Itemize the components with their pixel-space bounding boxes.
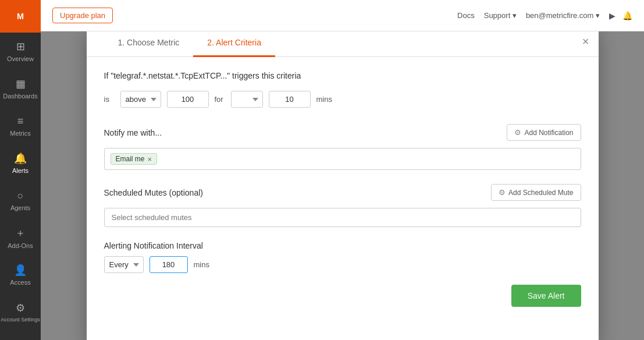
sidebar-item-account[interactable]: ⚙ Account Settings <box>0 293 41 331</box>
for-select[interactable]: any <box>231 91 263 108</box>
modal-close-button[interactable]: × <box>582 36 589 47</box>
sidebar-item-metrics[interactable]: ≡ Metrics <box>0 107 41 144</box>
notify-section-header: Notify me with... ⚙ Add Notification <box>104 124 581 141</box>
play-icon: ▶ <box>609 11 615 20</box>
duration-unit: mins <box>316 95 332 104</box>
modal-backdrop: × 1. Choose Metric 2. Alert Criteria If … <box>41 31 644 340</box>
app-logo: M <box>0 0 41 33</box>
modal-tabs: 1. Choose Metric 2. Alert Criteria <box>87 31 599 57</box>
support-menu[interactable]: Support ▾ <box>484 11 517 20</box>
tag-close-button[interactable]: × <box>148 155 152 163</box>
agents-icon: ○ <box>17 190 24 202</box>
gear-icon-2: ⚙ <box>499 188 506 197</box>
add-notification-label: Add Notification <box>524 129 573 137</box>
account-icon: ⚙ <box>16 302 25 314</box>
interval-value-input[interactable] <box>150 256 188 273</box>
for-label: for <box>215 95 225 104</box>
upgrade-button[interactable]: Upgrade plan <box>52 8 113 23</box>
user-menu[interactable]: ben@metricfire.com ▾ <box>526 11 600 20</box>
tag-label: Email me <box>116 155 145 163</box>
dashboards-icon: ▦ <box>16 77 26 90</box>
main-content: × 1. Choose Metric 2. Alert Criteria If … <box>41 31 644 340</box>
metrics-icon: ≡ <box>17 115 24 128</box>
mutes-title: Scheduled Mutes (optional) <box>104 188 203 197</box>
bell-icon: 🔔 <box>622 11 632 20</box>
interval-row: Every Once mins <box>104 256 581 273</box>
sidebar-item-label: Account Settings <box>1 317 40 323</box>
modal-body: If "telegraf.*.netstat.*.TcpExtTCP..." t… <box>87 57 599 321</box>
notify-title: Notify me with... <box>104 128 162 137</box>
sidebar-item-addons[interactable]: ＋ Add-Ons <box>0 219 41 256</box>
interval-unit: mins <box>194 260 209 269</box>
sidebar-item-label: Add-Ons <box>8 242 33 249</box>
add-mute-label: Add Scheduled Mute <box>508 189 573 197</box>
tab-alert-criteria[interactable]: 2. Alert Criteria <box>193 31 275 57</box>
threshold-input[interactable] <box>167 91 209 108</box>
alerts-icon: 🔔 <box>14 152 27 165</box>
is-label: is <box>104 95 115 104</box>
mutes-section-header: Scheduled Mutes (optional) ⚙ Add Schedul… <box>104 184 581 201</box>
scheduled-mutes-input[interactable] <box>104 208 581 227</box>
add-scheduled-mute-button[interactable]: ⚙ Add Scheduled Mute <box>491 184 581 201</box>
sidebar: M ⊞ Overview ▦ Dashboards ≡ Metrics 🔔 Al… <box>0 0 41 340</box>
sidebar-item-label: Dashboards <box>3 93 37 100</box>
overview-icon: ⊞ <box>16 40 25 53</box>
sidebar-item-label: Access <box>10 279 30 286</box>
condition-row: is above below equal for any <box>104 91 581 108</box>
logo-icon: M <box>10 6 31 27</box>
every-select[interactable]: Every Once <box>104 256 144 273</box>
tab-choose-metric[interactable]: 1. Choose Metric <box>104 31 194 57</box>
sidebar-item-label: Metrics <box>10 130 30 137</box>
condition-select[interactable]: above below equal <box>120 91 161 108</box>
notification-tags-container[interactable]: Email me × <box>104 148 581 170</box>
sidebar-item-label: Agents <box>10 204 30 211</box>
topbar: Upgrade plan Docs Support ▾ ben@metricfi… <box>41 0 644 31</box>
criteria-title: If "telegraf.*.netstat.*.TcpExtTCP..." t… <box>104 71 581 80</box>
save-alert-button[interactable]: Save Alert <box>511 285 581 307</box>
duration-input[interactable] <box>269 91 311 108</box>
sidebar-item-label: Alerts <box>12 167 29 174</box>
sidebar-item-overview[interactable]: ⊞ Overview <box>0 33 41 70</box>
topbar-icons: ▶ 🔔 <box>609 11 632 20</box>
save-row: Save Alert <box>104 285 581 307</box>
sidebar-item-label: Overview <box>7 55 34 62</box>
svg-text:M: M <box>17 12 24 21</box>
sidebar-item-agents[interactable]: ○ Agents <box>0 182 41 219</box>
sidebar-item-alerts[interactable]: 🔔 Alerts <box>0 144 41 182</box>
access-icon: 👤 <box>14 264 27 277</box>
gear-icon: ⚙ <box>514 128 521 137</box>
add-notification-button[interactable]: ⚙ Add Notification <box>507 124 581 141</box>
interval-section: Alerting Notification Interval Every Onc… <box>104 241 581 273</box>
sidebar-item-dashboards[interactable]: ▦ Dashboards <box>0 70 41 107</box>
interval-title: Alerting Notification Interval <box>104 241 203 250</box>
email-me-tag: Email me × <box>111 153 158 165</box>
docs-link[interactable]: Docs <box>457 11 475 20</box>
addons-icon: ＋ <box>15 226 26 240</box>
alert-criteria-modal: × 1. Choose Metric 2. Alert Criteria If … <box>87 31 599 340</box>
sidebar-item-access[interactable]: 👤 Access <box>0 256 41 293</box>
